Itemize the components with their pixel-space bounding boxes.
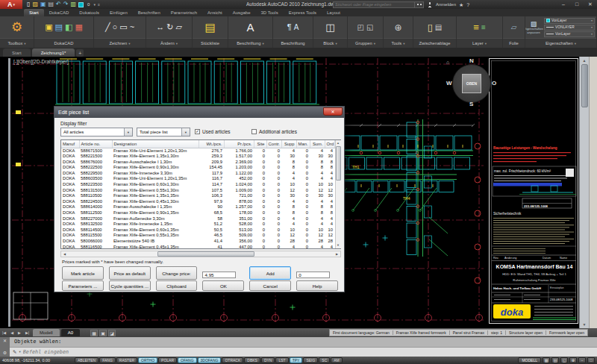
table-row[interactable]: DOKA588227000Framax-Außenecke 3,30m58351… [61, 216, 334, 222]
price-as-default-button[interactable]: Price as default [109, 266, 151, 280]
ribbon-tab-start[interactable]: Start [24, 9, 44, 16]
column-header-contr[interactable]: Contr. [266, 140, 281, 148]
table-row[interactable]: DOKA588223500Framax Xlife-Element 0,60x1… [61, 182, 334, 188]
status-toggle-dbks[interactable]: DBKS [244, 357, 260, 363]
status-toggle-ortho[interactable]: ORTHO [138, 357, 157, 363]
table-row[interactable]: DOKA580066000Elementstütze 540 IB41,4356… [61, 239, 334, 245]
panel-label-ndern-3[interactable]: Ändern▾ [146, 38, 192, 48]
table-row[interactable]: DOKA588132500Framax Xlife-Innenecke 1,35… [61, 222, 334, 228]
model-space-button[interactable]: MODELL [518, 357, 541, 363]
ribbon-tool-icon[interactable]: ▤ [204, 22, 215, 33]
ribbon-tool-icon[interactable]: ~ [130, 23, 134, 31]
scrollbar-thumb[interactable] [157, 251, 254, 257]
ribbon-tab-dokatools[interactable]: Dokatools [74, 9, 104, 16]
scroll-down-icon[interactable]: ▼ [583, 321, 587, 328]
column-header-man[interactable]: Man. [296, 140, 310, 148]
ribbon-tool-icon[interactable]: ⊕ [394, 23, 401, 32]
panel-label-layer-11[interactable]: Layer▾ [457, 38, 502, 48]
search-icon[interactable] [414, 1, 423, 7]
status-toggle-raster[interactable]: RASTER [116, 357, 137, 363]
status-toggle-lst[interactable]: LST [275, 357, 288, 363]
qat-dropdown-icon[interactable]: ▾ [93, 2, 96, 7]
home-icon[interactable]: ⌂ [446, 60, 449, 65]
ribbon-tab-dokacad[interactable]: DokaCAD [44, 9, 75, 16]
table-vertical-scrollbar[interactable]: ▲ ▼ [335, 140, 341, 248]
ribbon-tool-icon[interactable]: ▤ [435, 24, 442, 31]
scroll-right-icon[interactable]: ▶ [334, 252, 340, 256]
ribbon-tool-icon[interactable]: ▱ [175, 23, 181, 31]
table-row[interactable]: DOKA588224500Framax Xlife-Element 0,45x1… [61, 199, 334, 205]
ribbon-tab-einf-gen[interactable]: Einfügen [104, 9, 133, 16]
ribbon-tool-icon[interactable]: ▤ [55, 23, 63, 31]
qat-tool-icon[interactable]: ▤ [49, 1, 54, 7]
status-toggle-3dofang[interactable]: 3DOFANG [198, 357, 222, 363]
column-header-designation[interactable]: Designation [112, 140, 199, 148]
status-tray-icon[interactable]: □ [587, 357, 595, 363]
status-toggle-ableiten[interactable]: ABLEITEN [75, 357, 99, 363]
viewcube-south[interactable]: S [469, 101, 473, 107]
file-tab-drawing[interactable]: Zeichnung1* [32, 48, 75, 57]
scroll-up-icon[interactable]: ▲ [337, 140, 340, 146]
cyc le-quantities-button[interactable]: Cycle quantities ... [109, 280, 151, 291]
close-icon[interactable]: ✕ [3, 339, 7, 343]
scroll-up-icon[interactable]: ▲ [583, 57, 587, 64]
change-price-input[interactable] [202, 272, 236, 278]
qat-tool-icon[interactable]: ↷ [63, 1, 69, 7]
piece-list-table[interactable]: ManufArticle no.DesignationWt./pcs.Pr./p… [61, 140, 335, 250]
new-drawing-tab-button[interactable]: + [76, 49, 84, 57]
ok-button[interactable]: OK [202, 280, 244, 291]
panel-label-beschriftung-6[interactable]: Beschriftung [273, 38, 313, 48]
viewcube-east[interactable]: O [492, 80, 496, 87]
table-row[interactable]: DOKA588614000Framax-Ausschalecke I 1,35m… [61, 204, 334, 210]
adjust-properties-button[interactable]: ▨Eigenschaften anpassen [525, 20, 542, 34]
ribbon-tool-icon[interactable]: ▦ [75, 23, 82, 31]
qat-menu-icon[interactable]: ≡ [98, 2, 100, 7]
panel-label-tools-9[interactable]: Tools▾ [384, 38, 413, 48]
vertical-scrollbar[interactable]: ▲ ▼ [579, 57, 589, 328]
status-toggle-seig[interactable]: SEIG [303, 357, 318, 363]
ribbon-tool-icon[interactable]: ◧ [65, 23, 72, 31]
column-header-supp[interactable]: Supp [281, 140, 296, 148]
person-icon[interactable] [427, 1, 433, 7]
ribbon-tool-icon[interactable]: ▯ [428, 22, 433, 32]
ribbon-tab-express-tools[interactable]: Express Tools [284, 9, 322, 16]
help-icon[interactable]: ? [466, 2, 469, 7]
parameters-button[interactable]: Parameters ... [62, 280, 104, 291]
status-tray-icon[interactable]: ▦ [543, 357, 550, 363]
scrollbar-track[interactable] [68, 251, 334, 257]
chevron-down-icon[interactable]: ▾ [181, 128, 190, 136]
status-toggle-dyn[interactable]: DYN [261, 357, 275, 363]
chevron-down-icon[interactable]: ▾ [124, 128, 132, 136]
signin-label[interactable]: Anmelden [436, 2, 456, 7]
quantity-input[interactable] [296, 272, 330, 278]
ribbon-tab-parametrisch[interactable]: Parametrisch [166, 9, 202, 16]
linetype-dropdown[interactable]: VONLAYER▾ [544, 25, 595, 31]
ribbon-tab-3d-tools[interactable]: 3D Tools [255, 9, 283, 16]
maximize-button[interactable]: □ [572, 0, 581, 8]
ribbon-tool-icon[interactable]: ◫ [325, 22, 334, 32]
previous-layout-button[interactable]: ◀ [8, 330, 16, 335]
status-tray-icon[interactable]: ▤ [551, 357, 559, 363]
object-color-dropdown[interactable]: VonLayer▾ [544, 18, 595, 24]
panel-label-toolbox-0[interactable]: Toolbox▾ [0, 38, 34, 48]
checkbox-checked-icon[interactable]: ✓ [195, 129, 200, 134]
layout-tool-icon[interactable]: ▣ [99, 330, 107, 336]
status-toggle-polar[interactable]: POLAR [158, 357, 177, 363]
table-row[interactable]: DOKA588229500Framax Xlife-Innenecke 3,30… [61, 171, 334, 177]
panel-label-block-7[interactable]: Block▾ [313, 38, 347, 48]
viewcube-west[interactable]: W [446, 80, 452, 87]
ribbon-tool-icon[interactable]: ▣ [45, 23, 52, 31]
app-menu-button[interactable]: A ▾ [0, 0, 22, 9]
used-articles-checkbox[interactable]: ✓ Used articles [195, 129, 231, 134]
status-toggle-sc[interactable]: SC [319, 357, 330, 363]
status-toggle-am[interactable]: AM [331, 357, 343, 363]
list-type-combobox[interactable]: Total piece list ▾ [137, 128, 190, 136]
ribbon-tab-beschriften[interactable]: Beschriften [133, 9, 166, 16]
table-row[interactable]: DOKA588131500Framax Xlife-Element 0,55x1… [61, 188, 334, 194]
first-layout-button[interactable]: |◀ [0, 330, 8, 335]
last-layout-button[interactable]: ▶| [23, 330, 31, 335]
ribbon-tab-ansicht[interactable]: Ansicht [202, 9, 228, 16]
help-button[interactable]: Help [296, 280, 338, 291]
ribbon-tool-icon[interactable]: ▱ [511, 24, 517, 31]
minimize-button[interactable]: – [559, 0, 568, 8]
